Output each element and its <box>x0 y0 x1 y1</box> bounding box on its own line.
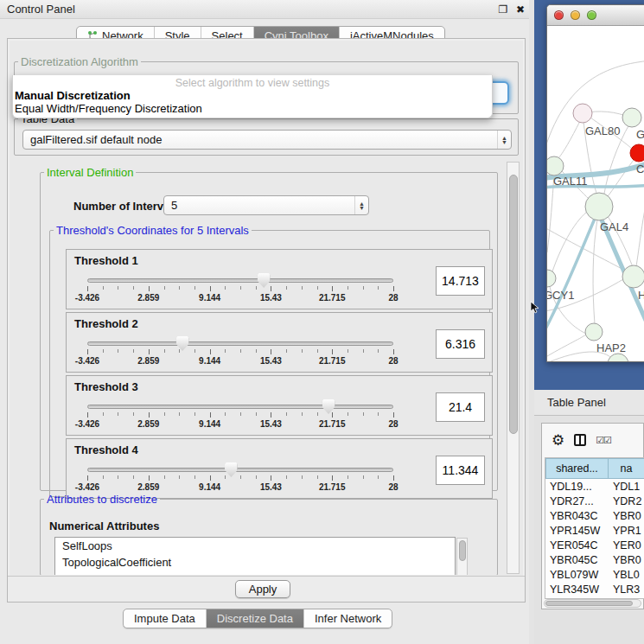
scrollbar-thumb[interactable] <box>459 540 466 561</box>
table-column-header[interactable]: na <box>609 458 644 479</box>
network-node-label: GCY1 <box>547 289 574 302</box>
network-node-gal11[interactable] <box>547 156 564 175</box>
attributes-group: Attributes to discretize Numerical Attri… <box>40 493 498 575</box>
table-row[interactable]: YBR043CYBR0 <box>545 508 644 523</box>
interval-definition-label: Interval Definition <box>44 166 136 179</box>
table-row[interactable]: YBL079WYBL0 <box>545 567 644 582</box>
slider-ticks <box>87 475 393 481</box>
threshold-block: Threshold 3-3.4262.8599.14415.4321.71528… <box>66 375 493 436</box>
slider-ticks <box>87 286 393 292</box>
network-node-ga[interactable] <box>622 108 641 127</box>
threshold-block: Threshold 4-3.4262.8599.14415.4321.71528… <box>66 438 493 499</box>
tab-label: Discretize Data <box>217 612 293 625</box>
threshold-value-field[interactable]: 11.344 <box>436 456 485 485</box>
threshold-block: Threshold 2-3.4262.8599.14415.4321.71528… <box>66 312 493 373</box>
node-table[interactable]: shared...na YDL19...YDL1YDR27...YDR2YBR0… <box>545 457 644 599</box>
table-cell: YDL1 <box>609 481 644 493</box>
network-node[interactable] <box>608 354 628 361</box>
network-desktop: GAL80GACGAL11GAL4GCY1HHAP2 <box>534 0 644 390</box>
network-node-h[interactable] <box>622 265 644 288</box>
threshold-block: Threshold 1-3.4262.8599.14415.4321.71528… <box>66 249 493 309</box>
threshold-value-field[interactable]: 6.316 <box>436 329 485 359</box>
checkboxes-icon[interactable]: ☑☑ <box>596 435 611 446</box>
table-cell: YPR1 <box>609 525 644 537</box>
settings-scroll-viewport: Interval Definition Number of Intervals … <box>11 161 506 575</box>
main-scrollbar[interactable] <box>507 162 520 574</box>
columns-icon[interactable] <box>574 434 586 446</box>
threshold-slider[interactable] <box>87 468 393 472</box>
combo-spinner-icon: ▲▼ <box>354 196 368 214</box>
network-node-gal4[interactable] <box>585 193 613 220</box>
float-window-icon[interactable]: ❐ <box>494 3 512 16</box>
algorithm-group-label: Discretization Algorithm <box>18 55 141 68</box>
num-intervals-combo[interactable]: 5 ▲▼ <box>163 195 369 215</box>
table-row[interactable]: YLR345WYLR3 <box>545 582 644 596</box>
dropdown-item-equal-width[interactable]: Equal Width/Frequency Discretization <box>13 102 492 115</box>
threshold-value-field[interactable]: 14.713 <box>436 266 485 296</box>
tab-discretize-data[interactable]: Discretize Data <box>207 609 304 628</box>
scrollbar-thumb[interactable] <box>509 175 518 434</box>
network-edge[interactable] <box>547 335 586 359</box>
panel-title: Control Panel <box>0 3 494 16</box>
table-row[interactable]: YPR145WYPR1 <box>545 523 644 538</box>
zoom-traffic-light[interactable] <box>587 10 596 20</box>
network-node-hap2[interactable] <box>585 323 603 341</box>
table-row[interactable]: YBR045CYBR0 <box>545 552 644 567</box>
thresholds-group: Threshold's Coordinates for 5 Intervals … <box>49 224 490 497</box>
threshold-slider[interactable] <box>87 278 393 283</box>
network-window: GAL80GACGAL11GAL4GCY1HHAP2 <box>546 4 644 362</box>
attributes-group-label: Attributes to discretize <box>44 493 160 506</box>
dropdown-hint: Select algorithm to view settings <box>13 75 492 89</box>
table-toolbar: ⚙ ☑☑ <box>542 424 643 456</box>
network-node-gcy1[interactable] <box>547 270 556 287</box>
table-cell: YPR145W <box>545 525 609 537</box>
attribute-item[interactable]: TopologicalCoefficient <box>55 554 455 571</box>
table-row[interactable]: YDL19...YDL1 <box>545 479 644 494</box>
attribute-item[interactable]: BetweennessCentrality <box>55 571 455 575</box>
table-cell: YER054C <box>545 539 609 552</box>
network-canvas[interactable]: GAL80GACGAL11GAL4GCY1HHAP2 <box>547 26 644 361</box>
network-node-gal80[interactable] <box>573 104 592 123</box>
tab-label: Infer Network <box>315 612 381 625</box>
table-panel-title: Table Panel <box>534 396 606 409</box>
apply-button[interactable]: Apply <box>235 580 290 598</box>
threshold-label: Threshold 4 <box>74 443 138 456</box>
network-edge[interactable] <box>558 121 580 159</box>
table-cell: YDR27... <box>545 495 609 507</box>
table-cell: YDL19... <box>545 481 609 493</box>
threshold-slider[interactable] <box>87 341 393 346</box>
threshold-slider[interactable] <box>87 405 393 409</box>
network-node-label: GAL80 <box>585 124 620 137</box>
gear-icon[interactable]: ⚙ <box>552 433 564 448</box>
close-traffic-light[interactable] <box>554 10 564 20</box>
table-cell: YBR0 <box>609 554 644 566</box>
slider-axis-labels: -3.4262.8599.14415.4321.71528 <box>87 482 393 493</box>
attributes-list-scrollbar[interactable] <box>456 538 468 575</box>
table-horizontal-scrollbar[interactable] <box>544 599 641 608</box>
combo-spinner-icon: ▲▼ <box>497 131 511 149</box>
tab-infer-network[interactable]: Infer Network <box>304 609 392 628</box>
table-row[interactable]: YDR27...YDR2 <box>545 494 644 508</box>
numerical-attributes-label: Numerical Attributes <box>49 520 159 532</box>
network-edge[interactable] <box>593 220 597 324</box>
slider-ticks <box>87 349 393 355</box>
numerical-attributes-list[interactable]: SelfLoopsTopologicalCoefficientBetweenne… <box>54 537 456 575</box>
minimize-traffic-light[interactable] <box>571 10 580 20</box>
mouse-cursor <box>530 301 540 315</box>
dropdown-item-manual[interactable]: Manual Discretization <box>13 89 492 102</box>
table-column-header[interactable]: shared... <box>545 458 609 479</box>
network-node-c[interactable] <box>630 144 644 162</box>
threshold-value-field[interactable]: 21.4 <box>436 392 485 422</box>
bottom-tab-bar: Impute DataDiscretize DataInfer Network <box>123 609 392 628</box>
network-edge[interactable] <box>636 209 644 266</box>
table-data-combo[interactable]: galFiltered.sif default node ▲▼ <box>22 130 512 150</box>
attribute-item[interactable]: SelfLoops <box>55 538 455 554</box>
slider-axis-labels: -3.4262.8599.14415.4321.71528 <box>87 293 393 303</box>
control-panel: Control Panel ❐ ✖ NetworkStyleSelectCyni… <box>0 0 529 644</box>
tab-impute-data[interactable]: Impute Data <box>124 609 207 628</box>
table-cell: YDR2 <box>609 495 644 507</box>
scrollbar-thumb[interactable] <box>545 601 633 606</box>
control-panel-titlebar: Control Panel ❐ ✖ <box>0 0 529 19</box>
close-icon[interactable]: ✖ <box>512 3 529 16</box>
table-row[interactable]: YER054CYER0 <box>545 538 644 552</box>
